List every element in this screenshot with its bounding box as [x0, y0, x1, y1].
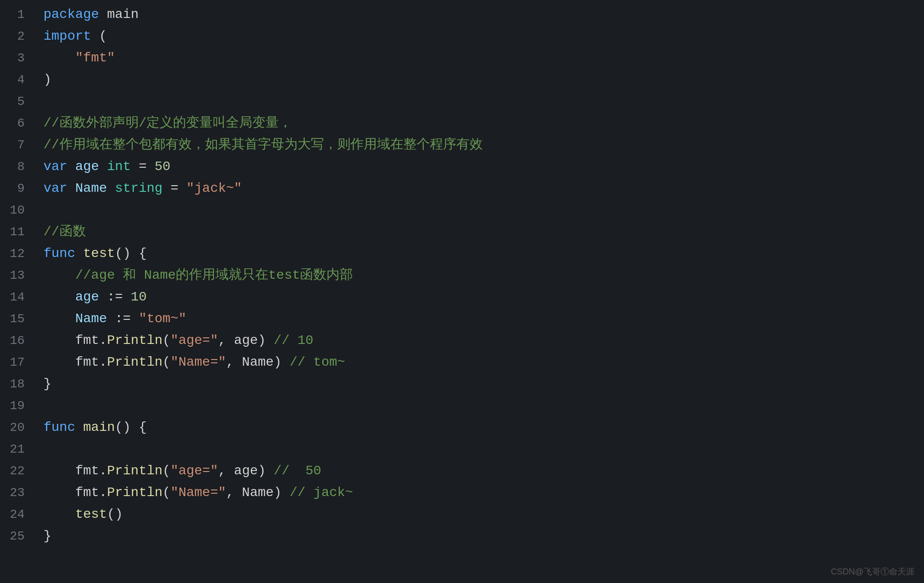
- token-str: "tom~": [139, 308, 187, 330]
- line-number: 17: [0, 352, 34, 373]
- code-line: 10: [0, 199, 924, 221]
- line-number: 11: [0, 221, 34, 243]
- line-content: }: [34, 373, 51, 395]
- code-line: 22 fmt.Println("age=", age) // 50: [0, 460, 924, 482]
- line-number: 5: [0, 91, 34, 112]
- code-line: 1package main: [0, 4, 924, 26]
- token-str: "jack~": [187, 178, 242, 199]
- watermark: CSDN@飞哥①命天涯: [831, 566, 915, 577]
- token-comment: // tom~: [290, 352, 345, 373]
- line-number: 16: [0, 330, 34, 352]
- token-plain: (: [163, 460, 171, 482]
- line-content: var age int = 50: [34, 156, 171, 178]
- code-line: 5: [0, 91, 924, 112]
- token-plain: [43, 47, 75, 69]
- token-pkg: Name: [75, 308, 107, 330]
- token-plain: [43, 460, 75, 482]
- token-plain: }: [43, 373, 51, 395]
- line-number: 24: [0, 504, 34, 525]
- token-plain: fmt: [75, 482, 99, 504]
- code-line: 24 test(): [0, 504, 924, 525]
- token-kw: var: [43, 156, 67, 178]
- line-number: 6: [0, 112, 34, 134]
- line-number: 21: [0, 438, 34, 460]
- line-number: 20: [0, 417, 34, 438]
- code-line: 11//函数: [0, 221, 924, 243]
- token-type: int: [107, 156, 130, 178]
- token-comment: // 50: [274, 460, 321, 482]
- token-plain: , age): [218, 330, 274, 352]
- token-plain: fmt: [75, 330, 99, 352]
- line-content: ): [34, 69, 51, 91]
- token-plain: [43, 504, 75, 525]
- token-type: string: [115, 178, 163, 199]
- token-comment: //作用域在整个包都有效，如果其首字母为大写，则作用域在整个程序有效: [43, 134, 483, 156]
- code-line: 13 //age 和 Name的作用域就只在test函数内部: [0, 265, 924, 286]
- line-content: }: [34, 525, 51, 547]
- token-plain: ): [43, 69, 51, 91]
- code-line: 21: [0, 438, 924, 460]
- token-plain: [75, 417, 83, 438]
- token-plain: [75, 243, 83, 265]
- token-str: "fmt": [75, 47, 115, 69]
- line-number: 10: [0, 199, 34, 221]
- code-line: 25}: [0, 525, 924, 547]
- token-plain: .: [99, 352, 107, 373]
- line-content: //age 和 Name的作用域就只在test函数内部: [34, 265, 353, 286]
- token-pkg: age: [75, 156, 99, 178]
- line-number: 23: [0, 482, 34, 504]
- token-plain: .: [99, 482, 107, 504]
- line-number: 19: [0, 395, 34, 417]
- token-plain: , Name): [226, 482, 290, 504]
- token-comment: //函数外部声明/定义的变量叫全局变量，: [43, 112, 292, 134]
- line-content: fmt.Println("Name=", Name) // jack~: [34, 482, 353, 504]
- code-line: 12func test() {: [0, 243, 924, 265]
- line-content: Name := "tom~": [34, 308, 186, 330]
- code-line: 18}: [0, 373, 924, 395]
- code-line: 14 age := 10: [0, 286, 924, 308]
- token-str: "age=": [171, 330, 218, 352]
- line-content: fmt.Println("age=", age) // 50: [34, 460, 321, 482]
- token-comment: // 10: [274, 330, 313, 352]
- line-content: func main() {: [34, 417, 146, 438]
- line-number: 25: [0, 525, 34, 547]
- token-plain: [107, 178, 115, 199]
- token-plain: [43, 286, 75, 308]
- token-kw: func: [43, 417, 75, 438]
- code-line: 3 "fmt": [0, 47, 924, 69]
- line-number: 14: [0, 286, 34, 308]
- code-line: 19: [0, 395, 924, 417]
- token-pkg: age: [75, 286, 99, 308]
- token-plain: [67, 178, 75, 199]
- code-line: 8var age int = 50: [0, 156, 924, 178]
- line-number: 15: [0, 308, 34, 330]
- token-fn: test: [75, 504, 107, 525]
- token-plain: (: [163, 352, 171, 373]
- line-content: //作用域在整个包都有效，如果其首字母为大写，则作用域在整个程序有效: [34, 134, 483, 156]
- token-plain: (: [163, 330, 171, 352]
- token-pkg: Name: [75, 178, 107, 199]
- token-plain: :=: [99, 286, 131, 308]
- token-fn: Println: [107, 352, 163, 373]
- line-content: //函数外部声明/定义的变量叫全局变量，: [34, 112, 292, 134]
- code-line: 7//作用域在整个包都有效，如果其首字母为大写，则作用域在整个程序有效: [0, 134, 924, 156]
- token-plain: }: [43, 525, 51, 547]
- token-plain: .: [99, 330, 107, 352]
- token-plain: .: [99, 460, 107, 482]
- line-number: 12: [0, 243, 34, 265]
- token-plain: [43, 265, 75, 286]
- token-plain: () {: [115, 243, 146, 265]
- line-number: 4: [0, 69, 34, 91]
- token-plain: fmt: [75, 460, 99, 482]
- code-line: 6//函数外部声明/定义的变量叫全局变量，: [0, 112, 924, 134]
- token-plain: fmt: [75, 352, 99, 373]
- token-plain: [99, 156, 107, 178]
- line-number: 8: [0, 156, 34, 178]
- token-plain: =: [163, 178, 186, 199]
- token-plain: , Name): [226, 352, 290, 373]
- code-line: 9var Name string = "jack~": [0, 178, 924, 199]
- line-number: 9: [0, 178, 34, 199]
- line-content: fmt.Println("age=", age) // 10: [34, 330, 313, 352]
- token-str: "age=": [171, 460, 218, 482]
- token-kw: package: [43, 4, 99, 26]
